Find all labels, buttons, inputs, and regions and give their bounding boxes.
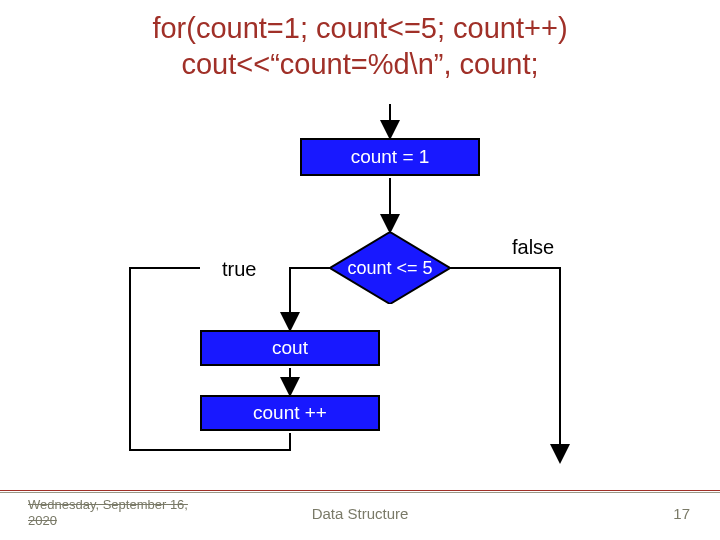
flow-node-body: cout <box>200 330 380 366</box>
slide-title: for(count=1; count<=5; count++) cout<<“c… <box>0 10 720 83</box>
flow-node-cond-label: count <= 5 <box>330 232 450 304</box>
flow-node-incr-label: count ++ <box>253 402 327 424</box>
flow-node-init: count = 1 <box>300 138 480 176</box>
edge-label-false: false <box>512 236 554 259</box>
flow-node-init-label: count = 1 <box>351 146 430 168</box>
footer-page: 17 <box>673 505 690 522</box>
title-line-1: for(count=1; count<=5; count++) <box>0 10 720 46</box>
edge-label-true: true <box>222 258 256 281</box>
slide-footer: Wednesday, September 16, 2020 Data Struc… <box>0 492 720 540</box>
flow-node-incr: count ++ <box>200 395 380 431</box>
flow-node-body-label: cout <box>272 337 308 359</box>
title-line-2: cout<<“count=%d\n”, count; <box>0 46 720 82</box>
footer-center: Data Structure <box>0 505 720 522</box>
